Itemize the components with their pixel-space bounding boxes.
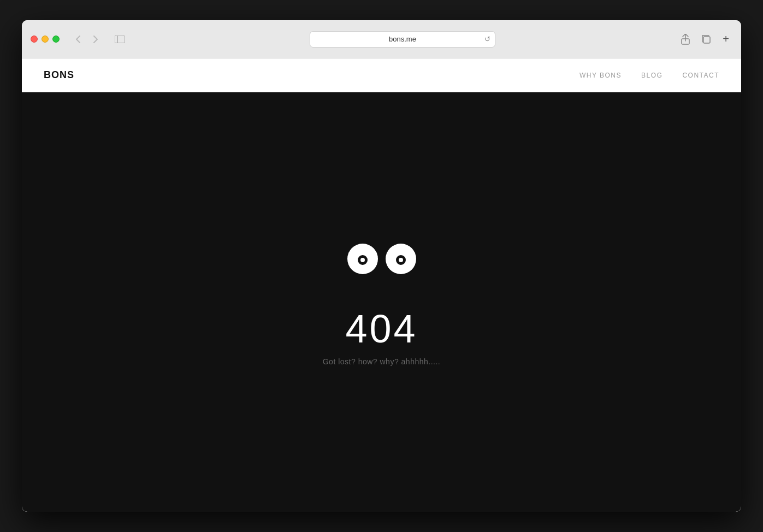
- close-button[interactable]: [31, 36, 38, 43]
- svg-point-6: [360, 258, 365, 262]
- address-bar[interactable]: bons.me ↺: [310, 31, 495, 48]
- duplicate-button[interactable]: [699, 32, 714, 47]
- website: BONS WHY BONS BLOG CONTACT: [22, 58, 741, 512]
- reload-button[interactable]: ↺: [484, 35, 490, 43]
- browser-chrome: bons.me ↺ +: [22, 20, 741, 58]
- maximize-button[interactable]: [52, 36, 60, 43]
- new-tab-button[interactable]: +: [719, 33, 732, 46]
- site-header: BONS WHY BONS BLOG CONTACT: [22, 58, 741, 92]
- error-code: 404: [345, 309, 417, 348]
- address-bar-container: bons.me ↺: [143, 31, 663, 48]
- site-logo[interactable]: BONS: [44, 69, 74, 81]
- traffic-lights: [31, 36, 60, 43]
- back-button[interactable]: [70, 32, 86, 47]
- nav-item-why-bons[interactable]: WHY BONS: [579, 72, 622, 79]
- site-main: 404 Got lost? how? why? ahhhhh.....: [22, 92, 741, 512]
- svg-rect-0: [115, 36, 125, 43]
- error-message: Got lost? how? why? ahhhhh.....: [323, 357, 441, 366]
- eyes-illustration: [344, 238, 420, 276]
- sidebar-button[interactable]: [112, 32, 127, 47]
- svg-point-9: [399, 258, 403, 262]
- eyes-svg: [344, 238, 420, 276]
- nav-item-contact[interactable]: CONTACT: [682, 72, 719, 79]
- forward-button[interactable]: [88, 32, 103, 47]
- share-button[interactable]: [678, 32, 693, 47]
- browser-window: bons.me ↺ + BONS: [22, 20, 741, 512]
- site-nav: WHY BONS BLOG CONTACT: [579, 72, 719, 79]
- svg-rect-3: [703, 37, 710, 43]
- nav-item-blog[interactable]: BLOG: [641, 72, 663, 79]
- browser-nav: [70, 32, 103, 47]
- browser-actions: +: [678, 32, 732, 47]
- minimize-button[interactable]: [42, 36, 49, 43]
- url-text: bons.me: [389, 35, 416, 43]
